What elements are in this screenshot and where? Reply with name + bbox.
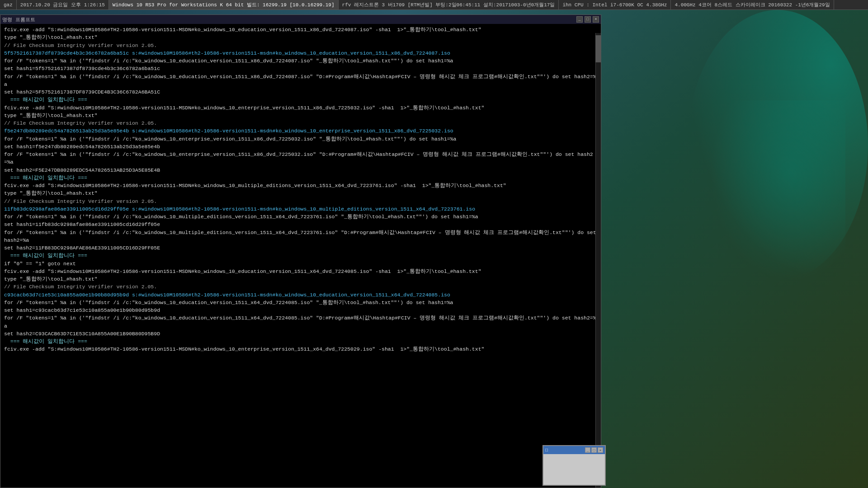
taskbar-clock[interactable]: 4.00GHz 4코어 8스레드 스카이레이크 20160322 -1년6개월2… [671,0,834,9]
taskbar-gaz[interactable]: gaz [0,0,17,9]
taskbar-rfv[interactable]: rfv 레지스트론 3 버1709 [RTM년빌] 부팅:2일06:45:11 … [339,0,559,9]
mini-close-button[interactable]: × [598,447,603,453]
cmd-line: set hash2=11FB83DC9298AFAE86AE33911005CD… [4,244,597,252]
cmd-line: === 해시값이 일치합니다 === [4,338,597,345]
cmd-line: 11fb83dc9298afae86ae33911005cd16d29ff05e… [4,205,597,213]
cmd-line: fciv.exe -add "S:#windows10M10586#TH2-10… [4,267,597,275]
taskbar-windows-version[interactable]: Windows 10 RS3 Pro for Workstations K 64… [109,0,339,9]
cmd-line: for /F "tokens=1" %a in ('"findstr /i /c… [4,229,597,244]
cmd-line: // File Checksum Integrity Verifier vers… [4,283,597,291]
cmd-line: fciv.exe -add "S:#windows10M10586#TH2-10… [4,104,597,112]
taskbar-cpu[interactable]: ihn CPU : Intel i7-6700K OC 4.38GHz [559,0,671,9]
taskbar: gaz 2017.10.20 금요일 오후 1:26:15 Windows 10… [0,0,868,10]
cmd-line: fciv.exe -add "S:#windows10M10586#TH2-10… [4,182,597,189]
taskbar-datetime[interactable]: 2017.10.20 금요일 오후 1:26:15 [17,0,109,9]
cmd-line: if "0" == "1" goto next [4,260,597,267]
cmd-line: === 해시값이 일치합니다 === [4,96,597,103]
mini-titlebar: □ _ □ × [543,446,605,454]
cmd-content: fciv.exe -add "S:#windows10M10586#TH2-10… [0,24,601,488]
cmd-line: set hash1=11fb83dc9298afae86ae33911005cd… [4,221,597,228]
cmd-line: for /F "tokens=1" %a in ('"findstr /i /c… [4,213,597,221]
cmd-line: for /F "tokens=1" %a in ('"findstr /i /c… [4,314,597,330]
cmd-line: fciv.exe -add "S:#windows10M10586#TH2-10… [4,26,597,33]
cmd-title: 명령 프롬프트 [2,16,35,23]
cmd-window-controls: _ □ × [576,16,599,23]
cmd-line: set hash1=5f57521617387df8739cde4b3c36c6… [4,65,597,72]
cmd-scrollbar-thumb[interactable] [595,35,601,62]
cmd-minimize-button[interactable]: _ [576,16,583,23]
cmd-scrollbar[interactable] [595,33,601,488]
cmd-line: set hash1=f5e247db80289edc54a7826513ab25… [4,143,597,150]
cmd-line: // File Checksum Integrity Verifier vers… [4,42,597,49]
mini-minimize-button[interactable]: _ [585,447,590,453]
cmd-line: for /F "tokens=1" %a in ('"findstr /i /c… [4,73,597,89]
cmd-line: for /F "tokens=1" %a in ('"findstr /i /c… [4,57,597,65]
cmd-maximize-button[interactable]: □ [585,16,591,23]
cmd-titlebar: 명령 프롬프트 _ □ × [0,15,601,24]
cmd-line: set hash1=c93cacb63d7c1e53c10a855a00e1b9… [4,306,597,314]
cmd-line: === 해시값이 일치합니다 === [4,174,597,182]
cmd-line: set hash2=F5E247DB80289EDC54A7826513AB25… [4,166,597,174]
cmd-line: set hash2=C93CACB63D7C1E53C10A855A00E1B9… [4,330,597,338]
cmd-close-button[interactable]: × [593,16,599,23]
cmd-line: fciv.exe -add "S:#windows10M10586#TH2-10… [4,345,597,353]
cmd-line: for /F "tokens=1" %a in ('"findstr /i /c… [4,135,597,143]
cmd-line: set hash2=5F57521617387DF8739CDE4B3C36C6… [4,88,597,96]
mini-window: □ _ □ × [542,445,606,486]
desktop: 명령 프롬프트 _ □ × fciv.exe -add "S:#windows1… [0,10,868,488]
cmd-line: f5e247db80289edc54a7826513ab25d3a5e85e4b… [4,127,597,135]
cmd-lines-container: fciv.exe -add "S:#windows10M10586#TH2-10… [4,26,597,353]
mini-controls: _ □ × [585,447,603,453]
cmd-line: 5f57521617387df8739cde4b3c36c6782a6ba51c… [4,49,597,57]
mini-title: □ [545,448,548,453]
cmd-line: type "_통합하기\tool_#hash.txt" [4,112,597,119]
mini-content [543,454,605,485]
cmd-line: // File Checksum Integrity Verifier vers… [4,119,597,127]
cmd-line: type "_통합하기\tool_#hash.txt" [4,275,597,283]
cmd-line: type "_통합하기\tool_#hash.txt" [4,33,597,41]
cmd-line: === 해시값이 일치합니다 === [4,252,597,259]
cmd-line: type "_통합하기\tool_#hash.txt" [4,189,597,197]
cmd-window: 명령 프롬프트 _ □ × fciv.exe -add "S:#windows1… [0,14,601,488]
mini-maximize-button[interactable]: □ [591,447,597,453]
cmd-line: // File Checksum Integrity Verifier vers… [4,197,597,205]
bg-decoration-2 [710,100,845,281]
cmd-line: for /F "tokens=1" %a in ('"findstr /i /c… [4,150,597,166]
cmd-line: c93cacb63d7c1e53c10a855a00e1b90b80d95b9d… [4,291,597,299]
cmd-line: for /F "tokens=1" %a in ('"findstr /i /c… [4,299,597,306]
